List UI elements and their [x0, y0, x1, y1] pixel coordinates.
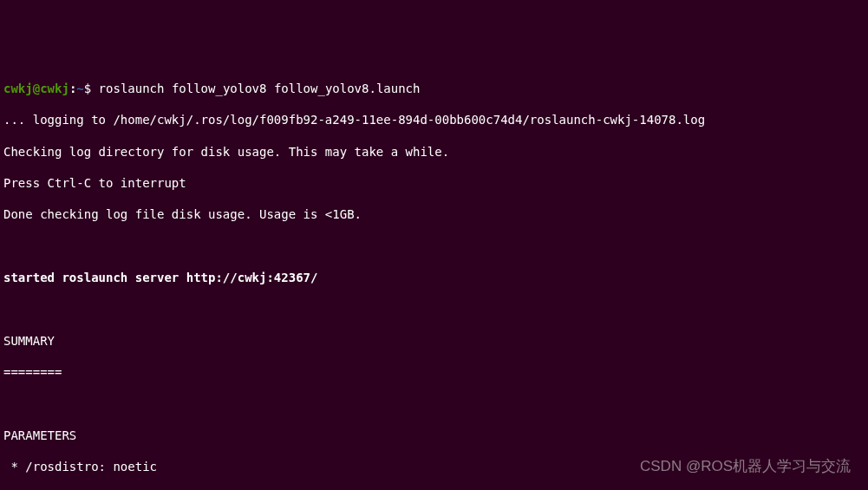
started-roslaunch-line: started roslaunch server http://cwkj:423… [3, 270, 865, 285]
prompt-host: cwkj [40, 82, 69, 95]
prompt-at: @ [33, 82, 40, 95]
prompt-line: cwkj@cwkj:~$ roslaunch follow_yolov8 fol… [3, 81, 865, 96]
prompt-dollar: $ [84, 82, 99, 95]
logging-line: ... logging to /home/cwkj/.ros/log/f009f… [3, 112, 865, 127]
blank-line [3, 396, 865, 412]
prompt-path: ~ [76, 82, 83, 95]
terminal-output[interactable]: cwkj@cwkj:~$ roslaunch follow_yolov8 fol… [3, 65, 865, 490]
summary-divider: ======== [3, 364, 865, 380]
checking-line: Checking log directory for disk usage. T… [3, 144, 865, 160]
done-checking-line: Done checking log file disk usage. Usage… [3, 206, 865, 222]
blank-line [3, 302, 865, 317]
parameters-header: PARAMETERS [3, 428, 865, 443]
param-rosdistro: * /rosdistro: noetic [3, 459, 865, 474]
summary-header: SUMMARY [3, 333, 865, 349]
command-text: roslaunch follow_yolov8 follow_yolov8.la… [99, 82, 421, 95]
prompt-user: cwkj [3, 82, 33, 95]
press-ctrl-c-line: Press Ctrl-C to interrupt [3, 175, 865, 191]
blank-line [3, 238, 865, 254]
